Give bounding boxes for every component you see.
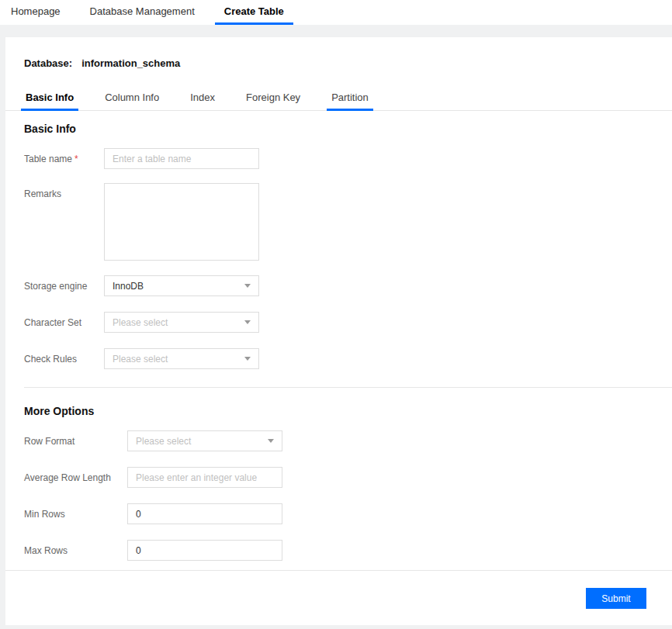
max-rows-row: Max Rows bbox=[24, 540, 672, 561]
chevron-down-icon bbox=[244, 320, 251, 324]
tab-basic-info[interactable]: Basic Info bbox=[26, 85, 74, 110]
top-navigation: Homepage Database Management Create Tabl… bbox=[0, 0, 672, 25]
database-name: information_schema bbox=[81, 57, 180, 69]
table-name-row: Table name* bbox=[24, 148, 672, 169]
character-set-placeholder: Please select bbox=[113, 317, 168, 328]
min-rows-input[interactable] bbox=[127, 503, 282, 524]
average-row-length-row: Average Row Length bbox=[24, 467, 672, 488]
character-set-select[interactable]: Please select bbox=[104, 312, 259, 333]
top-tab-homepage[interactable]: Homepage bbox=[2, 0, 70, 25]
max-rows-label: Max Rows bbox=[24, 545, 127, 556]
remarks-label: Remarks bbox=[24, 183, 104, 199]
check-rules-placeholder: Please select bbox=[113, 354, 168, 365]
form-footer: Submit bbox=[5, 570, 672, 625]
chevron-down-icon bbox=[268, 439, 274, 443]
average-row-length-label: Average Row Length bbox=[24, 472, 127, 483]
create-table-panel: Database:information_schema Basic Info C… bbox=[5, 37, 672, 625]
create-table-tabs: Basic Info Column Info Index Foreign Key… bbox=[5, 85, 672, 111]
check-rules-label: Check Rules bbox=[24, 354, 104, 365]
average-row-length-input[interactable] bbox=[127, 467, 282, 488]
row-format-label: Row Format bbox=[24, 436, 127, 447]
submit-button[interactable]: Submit bbox=[586, 588, 646, 609]
storage-engine-label: Storage engine bbox=[24, 281, 104, 292]
storage-engine-value: InnoDB bbox=[113, 281, 144, 292]
section-divider bbox=[24, 387, 672, 388]
character-set-row: Character Set Please select bbox=[24, 312, 672, 333]
min-rows-row: Min Rows bbox=[24, 503, 672, 524]
basic-info-section-title: Basic Info bbox=[24, 123, 672, 135]
row-format-select[interactable]: Please select bbox=[127, 430, 282, 451]
tab-column-info[interactable]: Column Info bbox=[105, 85, 159, 110]
tab-index[interactable]: Index bbox=[190, 85, 215, 110]
tab-foreign-key[interactable]: Foreign Key bbox=[246, 85, 300, 110]
tab-partition[interactable]: Partition bbox=[331, 85, 369, 110]
table-name-label: Table name* bbox=[24, 154, 104, 164]
storage-engine-row: Storage engine InnoDB bbox=[24, 275, 672, 296]
more-options-section-title: More Options bbox=[24, 405, 672, 417]
check-rules-row: Check Rules Please select bbox=[24, 348, 672, 369]
database-info: Database:information_schema bbox=[5, 37, 672, 69]
required-marker: * bbox=[74, 154, 78, 164]
top-tab-database-management[interactable]: Database Management bbox=[81, 0, 204, 25]
top-tab-create-table[interactable]: Create Table bbox=[215, 0, 293, 25]
chevron-down-icon bbox=[244, 284, 251, 288]
remarks-row: Remarks bbox=[24, 183, 672, 261]
row-format-row: Row Format Please select bbox=[24, 430, 672, 451]
table-name-input[interactable] bbox=[104, 148, 259, 169]
min-rows-label: Min Rows bbox=[24, 509, 127, 520]
row-format-placeholder: Please select bbox=[136, 436, 191, 447]
max-rows-input[interactable] bbox=[127, 540, 282, 561]
character-set-label: Character Set bbox=[24, 317, 104, 328]
storage-engine-select[interactable]: InnoDB bbox=[104, 275, 259, 296]
check-rules-select[interactable]: Please select bbox=[104, 348, 259, 369]
chevron-down-icon bbox=[244, 357, 251, 361]
database-label: Database: bbox=[24, 57, 72, 69]
remarks-textarea[interactable] bbox=[104, 183, 259, 261]
